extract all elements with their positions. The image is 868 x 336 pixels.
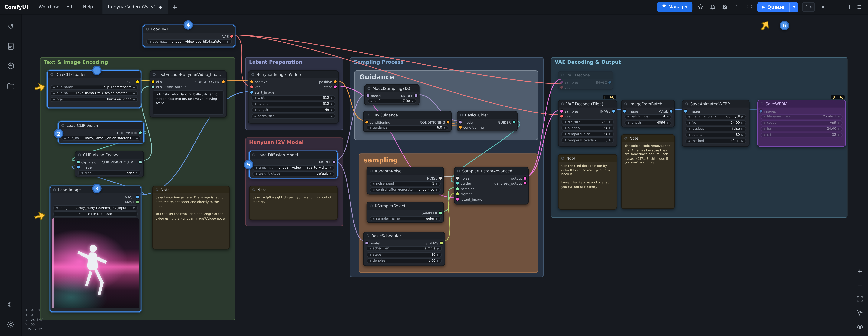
increment-arrow[interactable]: ▶: [437, 247, 439, 250]
output-slot[interactable]: MODEL: [401, 93, 417, 97]
increment-arrow[interactable]: ▶: [436, 188, 438, 191]
input-slot[interactable]: noise: [456, 176, 469, 180]
node-save-webm[interactable]: SaveWEBMimages◀filename_prefixComfyUI▶◀c…: [757, 100, 846, 147]
increment-arrow[interactable]: ▶: [742, 115, 743, 118]
widget-filename_prefix[interactable]: ◀filename_prefixComfyUI▶: [685, 114, 746, 119]
input-slot[interactable]: samples: [560, 109, 579, 113]
input-slot[interactable]: vae: [250, 85, 261, 89]
node-header[interactable]: Load Diffusion Model: [250, 151, 337, 159]
widget-image[interactable]: ◀imageComfy_HunyuanVideo_I2V_input.png▶: [53, 205, 138, 210]
theme-toggle-icon[interactable]: ☾: [6, 299, 16, 309]
decrement-arrow[interactable]: ◀: [254, 115, 256, 117]
node-text-encode-hunyuan-video[interactable]: TextEncodeHunyuanVideo_ImageToVideoclipC…: [150, 71, 227, 118]
decrement-arrow[interactable]: ◀: [688, 140, 690, 142]
decrement-arrow[interactable]: ◀: [688, 115, 690, 118]
node-note-image[interactable]: NoteSelect your image here. The image is…: [152, 186, 229, 250]
input-slot[interactable]: model: [365, 241, 380, 245]
decrement-arrow[interactable]: ◀: [370, 100, 372, 103]
increment-arrow[interactable]: ▶: [133, 206, 135, 209]
drag-handle-icon[interactable]: ⋮⋮: [745, 3, 753, 11]
workflows-folder-icon[interactable]: [6, 81, 16, 91]
menu-edit[interactable]: Edit: [63, 2, 79, 12]
decrement-arrow[interactable]: ◀: [564, 133, 566, 135]
node-random-noise[interactable]: RandomNoiseNOISE◀noise_seed1▶◀control_af…: [367, 167, 444, 195]
decrement-arrow[interactable]: ◀: [254, 109, 256, 111]
node-load-image[interactable]: Load ImageIMAGEMASK◀imageComfy_HunyuanVi…: [50, 186, 141, 312]
output-slot[interactable]: SAMPLER: [422, 211, 442, 215]
input-slot[interactable]: clip_vision_output: [152, 85, 186, 89]
widget-clip_name[interactable]: ◀clip_namellava_llama3_vision.safetensor…: [61, 136, 141, 141]
increment-arrow[interactable]: ▶: [609, 133, 611, 135]
workflow-tab[interactable]: hunyuanVideo_i2v_v1 ●: [102, 0, 167, 14]
input-slot[interactable]: image: [623, 109, 638, 113]
increment-arrow[interactable]: ▶: [331, 109, 333, 111]
node-load-clip-vision[interactable]: Load CLIP VisionCLIP_VISION◀clip_namella…: [58, 121, 144, 143]
node-model-sampling-sd3[interactable]: ModelSamplingSD3modelMODEL◀shift7.00▶: [364, 84, 420, 105]
increment-arrow[interactable]: ▶: [838, 115, 840, 118]
node-note-dtype[interactable]: NoteSelect a fp8 weight_dtype if you are…: [249, 186, 338, 220]
widget-crop[interactable]: ◀cropnone▶: [78, 170, 141, 175]
decrement-arrow[interactable]: ◀: [373, 182, 374, 185]
increment-arrow[interactable]: ▶: [133, 92, 135, 95]
decrement-arrow[interactable]: ◀: [373, 217, 374, 220]
decrement-arrow[interactable]: ◀: [56, 206, 58, 209]
increment-arrow[interactable]: ▶: [133, 98, 135, 101]
increment-arrow[interactable]: ▶: [331, 115, 333, 117]
upload-button[interactable]: choose file to upload: [53, 211, 138, 217]
output-slot[interactable]: CLIP_VISION_OUTPUT: [102, 160, 142, 164]
input-slot[interactable]: sigmas: [456, 192, 472, 196]
output-slot[interactable]: CLIP: [127, 80, 139, 83]
output-slot[interactable]: IMAGE: [124, 195, 139, 199]
node-hunyuan-image-to-video[interactable]: HunyuanImageToVideopositivepositivevaela…: [248, 71, 339, 124]
output-slot[interactable]: MODEL: [319, 160, 335, 164]
queue-button[interactable]: ▶ Queue ▾: [757, 2, 799, 12]
widget-vae_name[interactable]: ◀vae_namehunyuan_video_vae_bf16.safetens…: [146, 39, 232, 44]
node-vae-decode-tiled[interactable]: VAE Decode (Tiled)samplesIMAGEvae◀tile_s…: [558, 100, 617, 147]
decrement-arrow[interactable]: ◀: [53, 92, 55, 95]
zoom-in-icon[interactable]: +: [856, 267, 864, 275]
widget-scheduler[interactable]: ◀schedulersimple▶: [367, 246, 442, 251]
node-header[interactable]: Load VAE: [143, 26, 235, 33]
widget-weight_dtype[interactable]: ◀weight_dtypedefault▶: [252, 171, 335, 176]
decrement-arrow[interactable]: ◀: [254, 102, 256, 105]
node-header[interactable]: ImageFromBatch: [622, 100, 674, 107]
increment-arrow[interactable]: ▶: [444, 126, 445, 129]
input-slot[interactable]: model: [367, 93, 381, 97]
star-icon[interactable]: [696, 3, 705, 11]
output-slot[interactable]: latent: [322, 85, 337, 89]
output-slot[interactable]: IMAGE: [596, 80, 611, 84]
input-slot[interactable]: images: [684, 109, 701, 113]
output-slot[interactable]: IMAGE: [600, 109, 615, 113]
bell-icon[interactable]: [708, 3, 717, 11]
decrement-arrow[interactable]: ◀: [627, 121, 629, 124]
decrement-arrow[interactable]: ◀: [369, 126, 371, 129]
widget-steps[interactable]: ◀steps20▶: [367, 252, 442, 257]
prompt-text[interactable]: Futuristic robot dancing ballet, dynamic…: [153, 90, 224, 115]
zoom-out-icon[interactable]: −: [856, 281, 864, 289]
output-slot[interactable]: SIGMAS: [426, 241, 443, 245]
decrement-arrow[interactable]: ◀: [564, 127, 566, 129]
input-slot[interactable]: samples: [560, 80, 579, 84]
node-load-diffusion-model[interactable]: Load Diffusion ModelMODEL◀unet_namehunyu…: [249, 151, 338, 178]
widget-height[interactable]: ◀height512▶: [251, 101, 335, 107]
node-vae-decode[interactable]: VAE DecodesamplesIMAGEvae: [558, 71, 614, 90]
output-slot[interactable]: NOISE: [427, 176, 442, 180]
queue-dropdown[interactable]: ▾: [789, 2, 799, 11]
decrement-arrow[interactable]: ◀: [688, 134, 690, 136]
output-slot[interactable]: CONDITIONING: [420, 120, 450, 124]
widget-type[interactable]: ◀typehunyuan_video▶: [50, 96, 138, 102]
increment-arrow[interactable]: ▶: [227, 40, 229, 43]
decrement-arrow[interactable]: ◀: [688, 121, 690, 124]
widget-fps[interactable]: ◀fps24.00▶: [685, 120, 746, 125]
widget-clip_name2[interactable]: ◀clip_name2llava_llama3_fp8_scaled.safet…: [50, 91, 138, 96]
menu-icon[interactable]: ☰: [855, 3, 864, 11]
menu-workflow[interactable]: Workflow: [35, 2, 63, 12]
widget-batch_size[interactable]: ◀batch_size1▶: [251, 113, 335, 118]
increment-arrow[interactable]: ▶: [136, 137, 138, 140]
output-slot[interactable]: VAE: [222, 34, 233, 38]
batch-count-input[interactable]: 1 ▴▾: [802, 2, 815, 12]
output-slot[interactable]: CLIP_VISION: [117, 131, 142, 134]
widget-denoise[interactable]: ◀denoise1.00▶: [367, 258, 442, 263]
node-note-frames[interactable]: NoteThe official code removes the first …: [621, 134, 675, 209]
decrement-arrow[interactable]: ◀: [564, 139, 566, 142]
